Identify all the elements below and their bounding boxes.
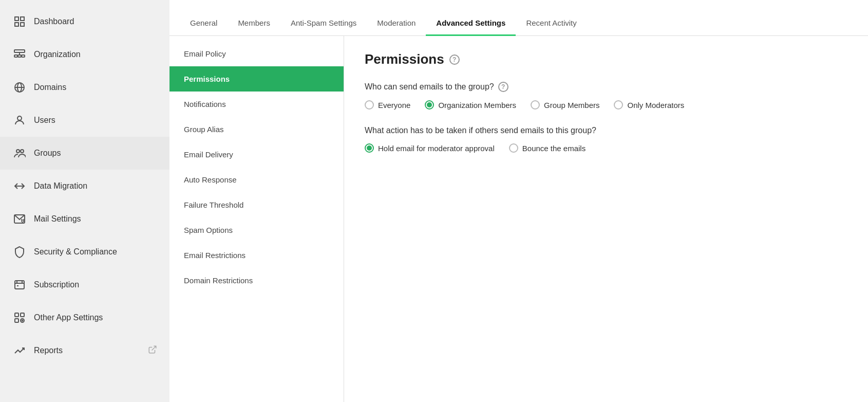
data-migration-icon [12, 179, 27, 193]
sidebar-label-groups: Groups [34, 149, 61, 158]
radio-everyone-circle [365, 100, 374, 109]
svg-rect-1 [21, 17, 24, 21]
radio-hold-email[interactable]: Hold email for moderator approval [365, 143, 495, 153]
radio-group-members[interactable]: Group Members [531, 100, 599, 109]
sidebar-item-groups[interactable]: Groups [0, 137, 169, 170]
tab-advanced-settings[interactable]: Advanced Settings [426, 9, 516, 36]
sub-sidebar-email-delivery[interactable]: Email Delivery [169, 142, 344, 167]
subscription-icon [12, 278, 27, 292]
question1-radio-group: Everyone Organization Members Group Memb… [365, 100, 847, 109]
permissions-help-icon[interactable]: ? [449, 54, 460, 65]
groups-icon [12, 146, 27, 160]
sub-sidebar-spam-options[interactable]: Spam Options [169, 217, 344, 243]
sub-sidebar-auto-response[interactable]: Auto Response [169, 167, 344, 192]
sidebar-item-mail-settings[interactable]: Mail Settings [0, 203, 169, 235]
svg-rect-4 [14, 50, 25, 52]
sidebar-label-users: Users [34, 116, 55, 125]
question1-help-icon[interactable]: ? [498, 82, 508, 92]
domains-icon [12, 80, 27, 95]
sub-sidebar-group-alias[interactable]: Group Alias [169, 117, 344, 142]
sidebar-item-dashboard[interactable]: Dashboard [0, 5, 169, 38]
sidebar-label-mail-settings: Mail Settings [34, 214, 81, 224]
reports-icon [12, 343, 27, 358]
mail-settings-icon [12, 212, 27, 226]
svg-rect-0 [15, 17, 18, 21]
sidebar-item-users[interactable]: Users [0, 104, 169, 137]
page-title: Permissions ? [365, 51, 847, 67]
sub-sidebar: Email Policy Permissions Notifications G… [169, 36, 344, 402]
svg-rect-24 [21, 313, 24, 317]
svg-rect-6 [14, 55, 17, 57]
dashboard-icon [12, 14, 27, 29]
sub-sidebar-domain-restrictions[interactable]: Domain Restrictions [169, 268, 344, 293]
radio-bounce-emails[interactable]: Bounce the emails [509, 143, 586, 153]
other-app-icon [12, 310, 27, 325]
sidebar-label-other-app-settings: Other App Settings [34, 313, 103, 322]
svg-point-12 [17, 116, 22, 120]
radio-org-members[interactable]: Organization Members [425, 100, 516, 109]
sub-sidebar-notifications[interactable]: Notifications [169, 92, 344, 117]
sidebar-item-domains[interactable]: Domains [0, 71, 169, 104]
sidebar-item-reports[interactable]: Reports [0, 334, 169, 367]
svg-point-14 [21, 150, 24, 153]
sub-sidebar-email-policy[interactable]: Email Policy [169, 41, 344, 66]
sidebar-item-organization[interactable]: Organization [0, 38, 169, 71]
radio-hold-email-circle [365, 143, 374, 153]
sidebar-item-other-app-settings[interactable]: Other App Settings [0, 301, 169, 334]
svg-rect-23 [15, 313, 18, 317]
sidebar-label-security: Security & Compliance [34, 247, 117, 257]
sub-sidebar-permissions[interactable]: Permissions [169, 66, 344, 92]
radio-only-moderators[interactable]: Only Moderators [614, 100, 684, 109]
radio-only-moderators-circle [614, 100, 623, 109]
sidebar-item-subscription[interactable]: Subscription [0, 268, 169, 301]
sidebar-label-subscription: Subscription [34, 280, 79, 289]
question1-label: Who can send emails to the group? ? [365, 82, 847, 92]
sidebar-item-security[interactable]: Security & Compliance [0, 235, 169, 268]
question2-radio-group: Hold email for moderator approval Bounce… [365, 143, 847, 153]
sidebar-label-domains: Domains [34, 83, 66, 92]
top-tabs: General Members Anti-Spam Settings Moder… [169, 0, 868, 36]
security-icon [12, 245, 27, 259]
sidebar-label-reports: Reports [34, 346, 63, 355]
radio-bounce-emails-circle [509, 143, 518, 153]
sidebar-item-data-migration[interactable]: Data Migration [0, 170, 169, 203]
svg-rect-25 [15, 319, 18, 322]
tab-recent-activity[interactable]: Recent Activity [516, 9, 587, 36]
right-panel: Permissions ? Who can send emails to the… [344, 36, 868, 402]
svg-rect-8 [22, 55, 25, 57]
tab-members[interactable]: Members [228, 9, 280, 36]
svg-line-29 [152, 346, 156, 350]
svg-point-17 [22, 220, 24, 222]
svg-point-13 [16, 150, 20, 153]
sub-sidebar-email-restrictions[interactable]: Email Restrictions [169, 243, 344, 268]
main-content: General Members Anti-Spam Settings Moder… [169, 0, 868, 402]
sidebar-label-organization: Organization [34, 50, 81, 59]
sidebar-label-dashboard: Dashboard [34, 17, 74, 26]
tab-general[interactable]: General [180, 9, 228, 36]
question2-label: What action has to be taken if others se… [365, 126, 847, 135]
sidebar: Dashboard Organization Domains [0, 0, 169, 402]
sidebar-label-data-migration: Data Migration [34, 181, 87, 191]
organization-icon [12, 47, 27, 62]
radio-everyone[interactable]: Everyone [365, 100, 410, 109]
content-body: Email Policy Permissions Notifications G… [169, 36, 868, 402]
tab-moderation[interactable]: Moderation [367, 9, 426, 36]
svg-rect-18 [15, 281, 24, 289]
radio-org-members-circle [425, 100, 434, 109]
radio-group-members-circle [531, 100, 540, 109]
tab-anti-spam[interactable]: Anti-Spam Settings [280, 9, 367, 36]
svg-rect-7 [18, 55, 21, 57]
reports-external-icon [148, 345, 157, 356]
sub-sidebar-failure-threshold[interactable]: Failure Threshold [169, 192, 344, 217]
svg-rect-3 [21, 23, 24, 26]
svg-rect-2 [15, 23, 18, 26]
users-icon [12, 113, 27, 127]
